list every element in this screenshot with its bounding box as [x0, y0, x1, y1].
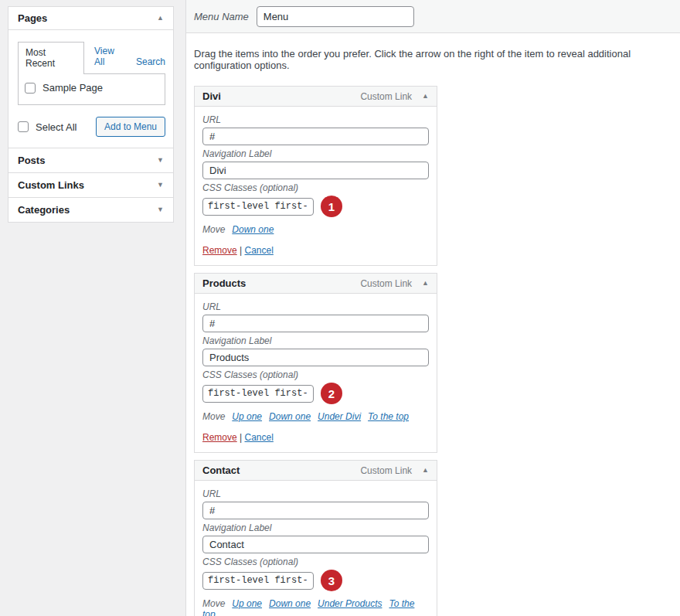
menu-item-type-label: Custom Link: [360, 278, 412, 289]
url-input[interactable]: [202, 502, 429, 519]
move-links: Up oneDown oneUnder DiviTo the top: [225, 411, 409, 422]
menu-name-label: Menu Name: [194, 11, 249, 22]
menu-item-header[interactable]: Products Custom Link ▲: [195, 274, 437, 294]
expand-arrow-icon[interactable]: ▼: [157, 182, 164, 189]
drag-instruction-text: Drag the items into the order you prefer…: [194, 48, 672, 71]
cancel-link[interactable]: Cancel: [245, 245, 274, 256]
move-row: MoveUp oneDown oneUnder ProductsTo the t…: [202, 598, 429, 616]
css-classes-input[interactable]: [202, 572, 314, 590]
collapse-arrow-icon[interactable]: ▲: [422, 93, 429, 100]
add-to-menu-button[interactable]: Add to Menu: [96, 117, 165, 137]
menu-item-type-label: Custom Link: [360, 465, 412, 476]
move-row: MoveUp oneDown oneUnder DiviTo the top: [202, 411, 429, 422]
move-link[interactable]: Up one: [232, 598, 262, 609]
collapse-arrow-icon[interactable]: ▲: [422, 280, 429, 287]
menu-item-card: Products Custom Link ▲ URL Navigation La…: [194, 273, 437, 453]
menu-editor-panel: Menu Name Drag the items into the order …: [185, 0, 680, 616]
step-badge: 1: [321, 196, 342, 217]
move-label: Move: [202, 598, 225, 609]
menu-items-list: Divi Custom Link ▲ URL Navigation Label …: [194, 86, 672, 616]
item-actions: Remove | Cancel: [202, 245, 429, 256]
move-link[interactable]: Under Divi: [318, 411, 361, 422]
posts-panel-title: Posts: [18, 155, 45, 166]
select-all-checkbox[interactable]: [18, 121, 29, 132]
navigation-label-input[interactable]: [202, 349, 429, 366]
url-input[interactable]: [202, 315, 429, 332]
tab-most-recent[interactable]: Most Recent: [18, 42, 84, 74]
navigation-label-label: Navigation Label: [202, 335, 429, 346]
pages-panel-actions: Select All Add to Menu: [18, 117, 165, 137]
move-label: Move: [202, 224, 225, 235]
url-input[interactable]: [202, 128, 429, 145]
custom-links-panel-title: Custom Links: [18, 179, 84, 191]
move-label: Move: [202, 411, 225, 422]
css-classes-row: 3: [202, 570, 429, 591]
sample-page-label: Sample Page: [42, 82, 103, 94]
cancel-link[interactable]: Cancel: [245, 432, 274, 443]
css-classes-input[interactable]: [202, 198, 314, 216]
expand-arrow-icon[interactable]: ▼: [157, 206, 164, 213]
css-classes-row: 2: [202, 383, 429, 404]
step-badge: 3: [321, 570, 342, 591]
move-links: Up oneDown oneUnder ProductsTo the top: [202, 598, 414, 616]
remove-link[interactable]: Remove: [202, 432, 237, 443]
navigation-label-input[interactable]: [202, 536, 429, 553]
item-actions: Remove | Cancel: [202, 432, 429, 443]
menu-item-header[interactable]: Contact Custom Link ▲: [195, 461, 437, 481]
css-classes-label: CSS Classes (optional): [202, 182, 429, 193]
move-link[interactable]: Down one: [232, 224, 274, 235]
pages-panel-header[interactable]: Pages ▲: [8, 7, 173, 30]
select-all-row: Select All: [18, 121, 76, 133]
actions-separator: |: [240, 432, 242, 443]
menu-item-body: URL Navigation Label CSS Classes (option…: [195, 107, 437, 265]
step-badge: 2: [321, 383, 342, 404]
move-link[interactable]: Under Products: [318, 598, 382, 609]
tab-view-all[interactable]: View All: [94, 46, 126, 73]
move-link[interactable]: Down one: [269, 411, 311, 422]
select-all-label: Select All: [36, 121, 76, 133]
page-list-item: Sample Page: [25, 82, 158, 94]
sample-page-checkbox[interactable]: [25, 83, 36, 94]
menu-item-title: Products: [202, 277, 360, 289]
accordion-panel-categories[interactable]: Categories ▼: [8, 197, 173, 222]
menu-item-card: Contact Custom Link ▲ URL Navigation Lab…: [194, 460, 437, 616]
move-row: MoveDown one: [202, 224, 429, 235]
accordion-panel-custom-links[interactable]: Custom Links ▼: [8, 172, 173, 197]
categories-panel-title: Categories: [18, 204, 70, 216]
pages-panel-title: Pages: [18, 12, 47, 24]
url-label: URL: [202, 114, 429, 125]
menu-item-title: Divi: [202, 90, 360, 102]
css-classes-label: CSS Classes (optional): [202, 369, 429, 380]
tab-search[interactable]: Search: [136, 56, 165, 73]
css-classes-input[interactable]: [202, 385, 314, 403]
css-classes-row: 1: [202, 196, 429, 217]
menu-item-body: URL Navigation Label CSS Classes (option…: [195, 481, 437, 616]
menu-name-bar: Menu Name: [186, 0, 680, 33]
move-link[interactable]: Up one: [232, 411, 262, 422]
most-recent-tab-panel: Sample Page: [18, 73, 165, 105]
expand-arrow-icon[interactable]: ▼: [157, 157, 164, 164]
accordion-panel-posts[interactable]: Posts ▼: [8, 148, 173, 172]
menu-items-sidebar: Pages ▲ Most Recent View All Search Samp…: [8, 6, 174, 223]
navigation-label-label: Navigation Label: [202, 148, 429, 159]
collapse-arrow-icon[interactable]: ▲: [422, 467, 429, 474]
menu-structure-body: Drag the items into the order you prefer…: [186, 33, 680, 616]
actions-separator: |: [240, 245, 242, 256]
menu-item-body: URL Navigation Label CSS Classes (option…: [195, 294, 437, 452]
move-link[interactable]: To the top: [368, 411, 409, 422]
url-label: URL: [202, 301, 429, 312]
pages-tabs: Most Recent View All Search: [18, 41, 165, 73]
menu-item-card: Divi Custom Link ▲ URL Navigation Label …: [194, 86, 437, 266]
remove-link[interactable]: Remove: [202, 245, 237, 256]
menu-name-input[interactable]: [257, 6, 414, 27]
menu-item-header[interactable]: Divi Custom Link ▲: [195, 87, 437, 107]
navigation-label-input[interactable]: [202, 162, 429, 179]
navigation-label-label: Navigation Label: [202, 522, 429, 533]
pages-panel-content: Most Recent View All Search Sample Page …: [8, 30, 173, 148]
css-classes-label: CSS Classes (optional): [202, 556, 429, 567]
move-links: Down one: [225, 224, 274, 235]
menu-item-title: Contact: [202, 465, 360, 476]
move-link[interactable]: Down one: [269, 598, 311, 609]
menu-item-type-label: Custom Link: [360, 91, 412, 102]
collapse-arrow-icon[interactable]: ▲: [157, 15, 164, 22]
